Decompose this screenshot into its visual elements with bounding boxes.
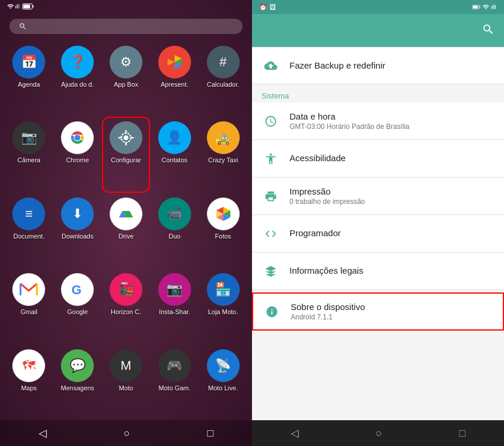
acessibilidade-text: Acessibilidade [290,153,495,164]
app-label-calcul: Calculador. [207,81,239,88]
app-item-moto[interactable]: MMoto [102,345,151,420]
recents-btn-left[interactable]: □ [195,423,225,444]
app-item-maps[interactable]: 🗺Maps [5,345,53,420]
data-icon [261,112,280,131]
svg-rect-1 [33,5,34,8]
app-label-motolive: Moto Live. [208,384,238,391]
app-item-crazytaxi[interactable]: 🚕Crazy Taxi [199,117,247,192]
settings-item-impressao[interactable]: Impressão 0 trabalho de impressão [252,178,504,215]
programador-icon [261,224,280,243]
app-item-document[interactable]: ≡Document. [5,193,53,268]
status-bar-left [0,0,252,14]
back-btn-left[interactable]: ◁ [27,422,59,444]
status-icons-right [472,4,497,11]
acessibilidade-icon [261,149,280,168]
signal-icon [15,3,21,10]
app-item-apresent[interactable]: Apresent. [150,41,199,117]
section-sistema: Sistema [252,84,504,103]
app-item-motogame[interactable]: 🎮Moto Gam. [150,345,199,420]
app-item-loja[interactable]: 🏪Loja Moto. [199,268,247,344]
impressao-text: Impressão 0 trabalho de impressão [290,186,495,206]
app-label-camera: Câmera [18,156,40,164]
app-label-document: Document. [13,233,45,240]
app-label-motogame: Moto Gam. [159,384,190,391]
home-btn-right[interactable]: ○ [364,423,394,444]
app-label-mensagens: Mensagens [61,384,94,391]
dispositivo-icon [263,302,281,321]
acessibilidade-label: Acessibilidade [290,153,495,163]
app-label-horizon: Horizon C. [111,308,141,315]
app-item-downloads[interactable]: ⬇Downloads [53,193,102,268]
app-label-appbox: App Box [114,81,138,88]
recents-btn-right[interactable]: □ [447,423,477,444]
app-item-gmail[interactable]: Gmail [5,268,53,344]
settings-item-data[interactable]: Data e hora GMT-03:00 Horário Padrão de … [252,103,504,140]
nav-bar-left: ◁ ○ □ [0,420,252,446]
app-label-gmail: Gmail [21,308,38,315]
backup-text: Fazer Backup e redefinir [290,60,495,72]
app-label-insta: Insta-Shar. [159,308,190,315]
right-panel: ⏰ 🖼 Fazer Backup e redefinir Sistema [252,0,504,446]
app-label-google: Google [67,308,87,315]
app-item-horizon[interactable]: 🚂Horizon C. [102,268,151,344]
app-item-fotos[interactable]: Fotos [199,193,247,268]
backup-icon [261,56,280,75]
back-btn-right[interactable]: ◁ [279,422,311,444]
nav-bar-right: ◁ ○ □ [252,420,504,446]
app-item-duo[interactable]: 📹Duo [150,193,199,268]
app-label-duo: Duo [169,233,181,240]
app-item-chrome[interactable]: Chrome [53,117,102,192]
app-item-insta[interactable]: 📷Insta-Shar. [150,268,199,344]
programador-text: Programador [290,228,495,239]
app-label-fotos: Fotos [215,233,231,240]
svg-rect-17 [479,6,480,8]
legais-text: Informações legais [290,265,495,277]
settings-list: Fazer Backup e redefinir Sistema Data e … [252,47,504,420]
app-item-contatos[interactable]: 👤Contatos [150,117,199,192]
svg-point-8 [124,135,128,140]
data-sub: GMT-03:00 Horário Padrão de Brasília [290,122,495,131]
app-label-maps: Maps [21,384,37,391]
search-bar[interactable] [9,19,243,34]
settings-item-dispositivo[interactable]: Sobre o dispositivo Android 7.1.1 [252,292,504,331]
app-item-motolive[interactable]: 📡Moto Live. [199,345,247,420]
app-item-agenda[interactable]: 📅Agenda [5,41,53,117]
wifi-icon [7,3,14,10]
alarm-icon: ⏰ [259,4,267,11]
app-item-camera[interactable]: 📷Câmera [5,117,53,192]
dispositivo-label: Sobre o dispositivo [291,302,493,312]
left-panel: 📅Agenda❓Ajuda do d.⚙App BoxApresent.#Cal… [0,0,252,446]
app-item-google[interactable]: GGoogle [53,268,102,344]
image-icon: 🖼 [270,4,276,11]
svg-rect-2 [23,5,30,9]
app-item-ajuda[interactable]: ❓Ajuda do d. [53,41,102,117]
dispositivo-text: Sobre o dispositivo Android 7.1.1 [291,302,493,321]
app-item-mensagens[interactable]: 💬Mensagens [53,345,102,420]
app-item-config[interactable]: Configurar [102,117,151,192]
svg-text:G: G [71,282,81,297]
app-label-chrome: Chrome [66,156,89,164]
settings-item-backup[interactable]: Fazer Backup e redefinir [252,47,504,84]
app-label-downloads: Downloads [62,233,93,240]
settings-item-programador[interactable]: Programador [252,215,504,253]
search-icon-right[interactable] [482,23,495,39]
programador-label: Programador [290,228,495,238]
home-btn-left[interactable]: ○ [112,423,142,444]
app-label-moto: Moto [119,384,133,391]
top-bar-right [252,14,504,47]
signal-icon-right [491,4,497,11]
app-item-drive[interactable]: Drive [102,193,151,268]
app-label-apresent: Apresent. [161,81,188,88]
dispositivo-sub: Android 7.1.1 [291,313,493,321]
battery-icon [22,3,34,10]
app-item-appbox[interactable]: ⚙App Box [102,41,151,117]
settings-item-acessibilidade[interactable]: Acessibilidade [252,140,504,178]
app-label-loja: Loja Moto. [208,308,238,315]
app-item-calcul[interactable]: #Calculador. [199,41,247,117]
data-label: Data e hora [290,111,495,121]
battery-icon-right [472,4,481,11]
legais-icon [261,262,280,281]
wifi-icon-right [482,4,489,11]
settings-item-legais[interactable]: Informações legais [252,253,504,290]
backup-label: Fazer Backup e redefinir [290,60,495,70]
